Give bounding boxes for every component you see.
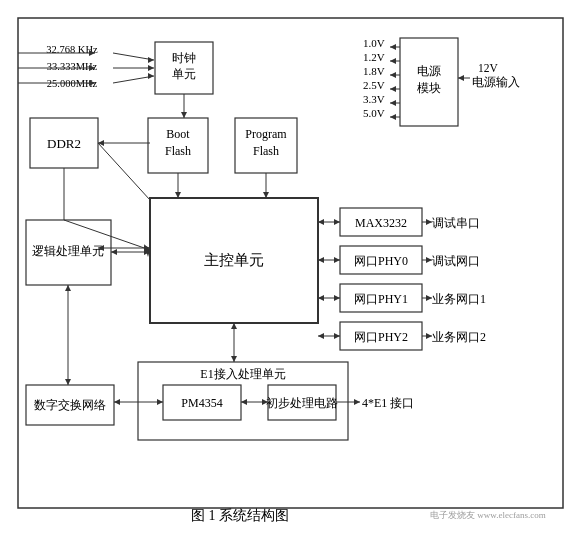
system-diagram: 时钟 单元 32.768 KHz 33.333MHz 25.000MHz DDR… bbox=[0, 0, 581, 534]
svg-text:1.2V: 1.2V bbox=[363, 51, 385, 63]
svg-text:调试串口: 调试串口 bbox=[432, 216, 480, 230]
svg-text:E1接入处理单元: E1接入处理单元 bbox=[200, 367, 285, 381]
svg-marker-60 bbox=[98, 140, 104, 146]
svg-marker-51 bbox=[458, 75, 464, 81]
svg-marker-45 bbox=[390, 86, 396, 92]
svg-text:PM4354: PM4354 bbox=[181, 396, 222, 410]
svg-marker-44 bbox=[390, 72, 396, 78]
svg-marker-127 bbox=[354, 399, 360, 405]
svg-text:单元: 单元 bbox=[172, 67, 196, 81]
svg-marker-83 bbox=[334, 219, 340, 225]
svg-text:Program: Program bbox=[245, 127, 287, 141]
svg-text:电源: 电源 bbox=[417, 64, 441, 78]
svg-text:模块: 模块 bbox=[417, 81, 441, 95]
svg-text:网口PHY2: 网口PHY2 bbox=[354, 330, 408, 344]
svg-text:2.5V: 2.5V bbox=[363, 79, 385, 91]
svg-text:业务网口2: 业务网口2 bbox=[432, 330, 486, 344]
svg-marker-46 bbox=[390, 100, 396, 106]
svg-marker-47 bbox=[390, 114, 396, 120]
svg-text:Flash: Flash bbox=[165, 144, 191, 158]
svg-text:数字交换网络: 数字交换网络 bbox=[34, 398, 106, 412]
svg-text:5.0V: 5.0V bbox=[363, 107, 385, 119]
svg-text:网口PHY1: 网口PHY1 bbox=[354, 292, 408, 306]
svg-text:DDR2: DDR2 bbox=[47, 136, 81, 151]
svg-text:网口PHY0: 网口PHY0 bbox=[354, 254, 408, 268]
svg-marker-125 bbox=[65, 285, 71, 291]
svg-text:1.8V: 1.8V bbox=[363, 65, 385, 77]
svg-marker-10 bbox=[148, 57, 154, 63]
svg-text:图 1   系统结构图: 图 1 系统结构图 bbox=[191, 508, 289, 523]
svg-marker-121 bbox=[231, 356, 237, 362]
svg-marker-67 bbox=[181, 112, 187, 118]
svg-line-7 bbox=[113, 53, 154, 60]
svg-text:电子发烧友 www.elecfans.com: 电子发烧友 www.elecfans.com bbox=[430, 510, 546, 520]
svg-text:初步处理电路: 初步处理电路 bbox=[266, 396, 338, 410]
svg-text:3.3V: 3.3V bbox=[363, 93, 385, 105]
diagram-container: 时钟 单元 32.768 KHz 33.333MHz 25.000MHz DDR… bbox=[0, 0, 581, 534]
svg-text:时钟: 时钟 bbox=[172, 51, 196, 65]
svg-marker-124 bbox=[65, 379, 71, 385]
svg-text:12V: 12V bbox=[478, 62, 499, 74]
svg-marker-118 bbox=[157, 399, 163, 405]
svg-marker-114 bbox=[241, 399, 247, 405]
svg-marker-42 bbox=[390, 44, 396, 50]
svg-rect-0 bbox=[18, 18, 563, 508]
svg-text:1.0V: 1.0V bbox=[363, 37, 385, 49]
svg-text:Flash: Flash bbox=[253, 144, 279, 158]
svg-marker-11 bbox=[148, 65, 154, 71]
svg-text:逻辑处理单元: 逻辑处理单元 bbox=[32, 244, 104, 258]
svg-text:主控单元: 主控单元 bbox=[204, 252, 264, 268]
svg-text:电源输入: 电源输入 bbox=[472, 75, 520, 88]
svg-line-9 bbox=[113, 76, 154, 83]
svg-text:MAX3232: MAX3232 bbox=[355, 216, 407, 230]
svg-marker-89 bbox=[334, 295, 340, 301]
svg-marker-93 bbox=[318, 333, 324, 339]
svg-marker-119 bbox=[114, 399, 120, 405]
svg-marker-43 bbox=[390, 58, 396, 64]
svg-marker-12 bbox=[148, 73, 154, 79]
svg-text:调试网口: 调试网口 bbox=[432, 254, 480, 268]
svg-text:4*E1 接口: 4*E1 接口 bbox=[362, 396, 414, 410]
svg-marker-86 bbox=[334, 257, 340, 263]
svg-text:业务网口1: 业务网口1 bbox=[432, 292, 486, 306]
svg-text:Boot: Boot bbox=[166, 127, 190, 141]
svg-marker-92 bbox=[334, 333, 340, 339]
svg-marker-73 bbox=[111, 249, 117, 255]
svg-line-61 bbox=[98, 143, 150, 200]
